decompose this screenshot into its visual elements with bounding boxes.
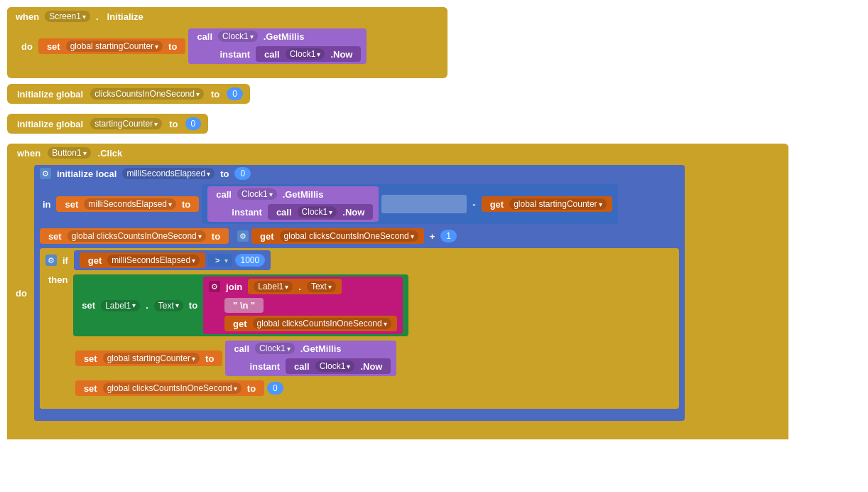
set-label1-label: set [79,300,98,311]
do-label-2: do [13,288,30,299]
one-val: 1 [440,230,457,242]
call2-label-2: call [273,207,295,218]
instant-label-1: instant [217,49,253,60]
call-label-1: call [194,31,215,42]
starting-init-val: 0 [185,117,202,130]
getmillis3-label: .GetMillis [298,343,345,354]
gear-icon-1[interactable]: ⚙ [40,168,51,179]
when-button1-section: when Button1 .Click do ⚙ initialize loca… [7,144,859,439]
clock1-dropdown-4[interactable]: Clock1 [298,206,337,218]
when-label-2: when [14,148,43,159]
gear-icon-3[interactable]: ⚙ [45,255,57,266]
clock1-dropdown-5[interactable]: Clock1 [255,343,295,354]
millis-var-dropdown[interactable]: milliSecondsElapsed [84,198,176,210]
get-global-clicks2-label: get [257,231,277,242]
gear-icon-4[interactable]: ⚙ [209,281,220,292]
get-millis-label: get [85,255,105,266]
call4-label: call [291,361,313,372]
set-global-clicks-label: set [45,231,65,242]
button1-dropdown[interactable]: Button1 [48,147,90,159]
millis-init-val: 0 [234,167,251,180]
zero-val: 0 [267,382,283,395]
to-label-1: to [166,41,180,52]
when-label-1: when [13,11,42,22]
text-prop-dropdown-2[interactable]: Text [307,281,336,292]
global-clicks-dropdown-4[interactable]: global clicksCountsInOneSecond [253,318,391,329]
instant3-label: instant [246,361,283,372]
now3-label: .Now [357,361,385,372]
init-local-label: initialize local [54,169,120,179]
newline-str: " \n " [230,300,258,311]
now-label-2: .Now [340,207,367,218]
set-label-1: set [44,41,63,52]
to-millis-label: to [179,199,193,210]
clock1-dropdown-2[interactable]: Clock1 [286,48,325,60]
when-screen1-section: when Screen1 . Initialize do set global … [7,7,859,78]
to-label-7: to [202,353,217,364]
init-global-label-2: initialize global [14,119,86,129]
to-label-4: to [217,169,232,179]
call-clock-label-2: call [213,189,234,200]
global-sc-dropdown-2[interactable]: global startingCounter [509,198,606,210]
set-global-sc-label-2: set [81,353,100,364]
text-dot-label-2: . [295,282,304,292]
clicks-init-val: 0 [227,87,243,100]
call3-label: call [231,343,252,354]
starting-counter-dropdown[interactable]: startingCounter [90,118,162,129]
instant-label-2: instant [229,207,265,218]
global-clicks-dropdown-2[interactable]: global clicksCountsInOneSecond [67,230,206,242]
screen1-dropdown[interactable]: Screen1 [45,11,90,22]
clicks-var-dropdown[interactable]: clicksCountsInOneSecond [90,88,204,100]
block-canvas: when Screen1 . Initialize do set global … [7,7,859,439]
text-prop-dropdown-1[interactable]: Text [154,300,183,311]
global-starting-counter-dropdown-1[interactable]: global startingCounter [66,41,163,52]
set-millis-label: set [62,199,81,210]
minus-label: - [470,199,478,210]
init-clicks-section: initialize global clicksCountsInOneSecon… [7,84,859,108]
to-label-2: to [208,89,222,100]
millis-elapsed-dropdown-2[interactable]: milliSecondsElapsed [107,255,200,266]
gear-icon-2[interactable]: ⚙ [237,230,249,242]
call2-label-1: call [261,49,283,60]
join-label: join [223,282,245,292]
getmillis-label-2: .GetMillis [280,189,327,200]
clock1-dropdown-3[interactable]: Clock1 [237,188,277,200]
then-label: then [45,274,70,285]
get-clicks-label: get [230,319,250,329]
gt-label: > [212,256,222,264]
to-label-3: to [166,119,180,129]
clock1-dropdown-6[interactable]: Clock1 [315,360,355,372]
millis-elapsed-dropdown[interactable]: milliSecondsElapsed [122,168,215,179]
if-label: if [60,255,71,266]
clock1-dropdown-1[interactable]: Clock1 [218,31,258,42]
label1-dropdown-2[interactable]: Label1 [254,281,293,292]
now-label-1: .Now [327,49,355,60]
init-starting-section: initialize global startingCounter to 0 [7,114,859,138]
text-dot-label-1: . [143,300,151,311]
plus-label: + [427,231,438,242]
click-event-label: .Click [95,148,126,159]
to-label-6: to [186,300,200,311]
global-clicks-dropdown-3[interactable]: global clicksCountsInOneSecond [280,230,418,242]
to-label-5: to [209,231,223,242]
global-clicks-dropdown-5[interactable]: global clicksCountsInOneSecond [103,383,242,394]
init-global-label-1: initialize global [14,89,86,100]
initialize-label: Initialize [104,11,146,22]
get-global-sc-label: get [487,199,507,210]
set-clicks-zero-label: set [81,383,100,394]
to-label-8: to [244,383,259,394]
thousand-val: 1000 [235,254,266,267]
do-label-1: do [18,41,36,52]
in-label: in [40,199,54,210]
label1-dropdown[interactable]: Label1 [101,300,140,311]
global-sc-dropdown-3[interactable]: global startingCounter [103,353,200,364]
dot-label-1: . [93,11,102,22]
getmillis-label-1: .GetMillis [261,31,308,42]
